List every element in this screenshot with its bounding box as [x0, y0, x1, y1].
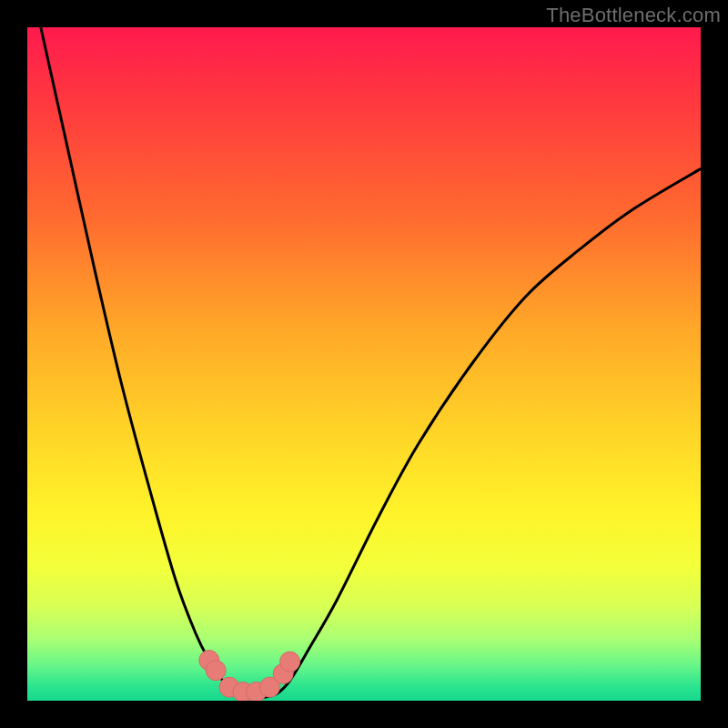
bottleneck-curve — [41, 27, 701, 698]
curve-path — [41, 27, 701, 698]
curve-marker — [206, 661, 226, 681]
curve-layer — [27, 27, 701, 701]
plot-area — [27, 27, 701, 701]
curve-markers — [199, 651, 300, 701]
watermark-text: TheBottleneck.com — [546, 4, 721, 27]
curve-marker — [280, 652, 300, 672]
chart-frame: TheBottleneck.com — [0, 0, 728, 728]
